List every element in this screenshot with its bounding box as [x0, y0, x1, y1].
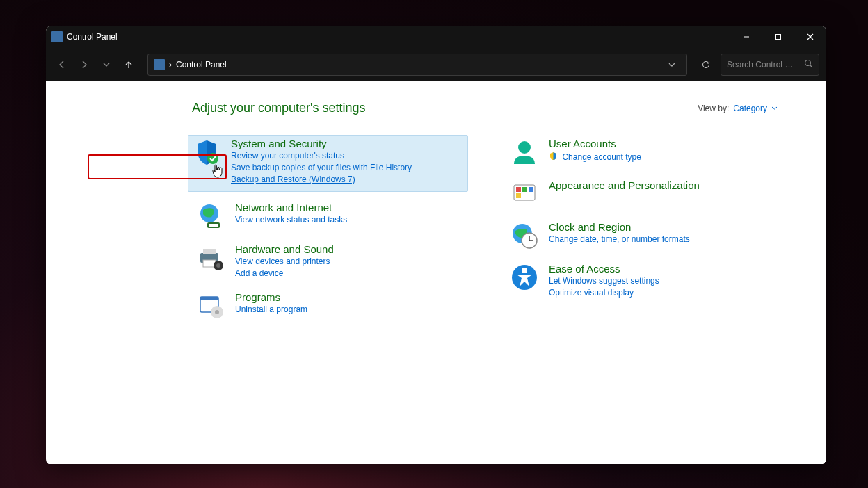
- svg-rect-23: [529, 187, 533, 192]
- category-title[interactable]: Hardware and Sound: [235, 243, 460, 255]
- link-network-status[interactable]: View network status and tasks: [235, 214, 460, 225]
- control-panel-window: Control Panel ›: [46, 26, 826, 464]
- content-area: Adjust your computer's settings View by:…: [46, 81, 826, 464]
- category-title[interactable]: System and Security: [231, 138, 464, 149]
- uac-shield-icon: [549, 151, 558, 163]
- category-user-accounts[interactable]: User Accounts Change account type: [506, 135, 778, 170]
- link-devices-printers[interactable]: View devices and printers: [235, 256, 460, 267]
- link-file-history[interactable]: Save backup copies of your files with Fi…: [231, 162, 464, 173]
- category-ease-of-access[interactable]: Ease of Access Let Windows suggest setti…: [506, 260, 778, 301]
- link-windows-suggest-settings[interactable]: Let Windows suggest settings: [549, 275, 773, 286]
- svg-rect-21: [516, 187, 521, 192]
- right-column: User Accounts Change account type Appear…: [506, 135, 778, 330]
- breadcrumb-separator: ›: [169, 60, 172, 70]
- link-change-account-type[interactable]: Change account type: [562, 152, 641, 162]
- link-date-time-formats[interactable]: Change date, time, or number formats: [549, 234, 773, 245]
- search-placeholder: Search Control P...: [727, 60, 794, 70]
- category-clock-and-region[interactable]: Clock and Region Change date, time, or n…: [506, 218, 778, 253]
- svg-point-14: [216, 263, 220, 268]
- link-review-status[interactable]: Review your computer's status: [231, 150, 464, 161]
- maximize-button[interactable]: [762, 26, 794, 48]
- address-history-dropdown[interactable]: [663, 54, 681, 76]
- clock-icon: [510, 221, 539, 250]
- category-network-and-internet[interactable]: Network and Internet View network status…: [192, 199, 464, 234]
- svg-rect-24: [516, 193, 521, 198]
- user-icon: [510, 138, 539, 167]
- control-panel-icon: [154, 59, 165, 70]
- category-hardware-and-sound[interactable]: Hardware and Sound View devices and prin…: [192, 241, 464, 282]
- globe-icon: [196, 202, 225, 231]
- search-icon: [804, 59, 813, 70]
- refresh-button[interactable]: [696, 54, 716, 76]
- svg-point-18: [215, 310, 219, 314]
- view-by-selector[interactable]: View by: Category: [698, 104, 778, 113]
- recent-locations-button[interactable]: [97, 56, 115, 74]
- titlebar: Control Panel: [46, 26, 826, 48]
- category-columns: System and Security Review your computer…: [192, 135, 778, 330]
- forward-button[interactable]: [75, 56, 93, 74]
- address-bar[interactable]: › Control Panel: [147, 54, 687, 76]
- category-title[interactable]: Programs: [235, 291, 460, 303]
- app-icon: [51, 31, 63, 42]
- svg-rect-11: [203, 249, 216, 254]
- svg-rect-16: [200, 297, 218, 300]
- window-controls: [730, 26, 826, 48]
- page-heading: Adjust your computer's settings: [192, 101, 366, 115]
- appearance-icon: [510, 179, 539, 209]
- svg-point-19: [518, 141, 531, 154]
- shield-icon: [192, 138, 221, 167]
- programs-icon: [196, 291, 225, 320]
- view-by-value: Category: [733, 104, 767, 113]
- cursor-icon: [211, 163, 223, 177]
- search-input[interactable]: Search Control P...: [721, 54, 819, 76]
- svg-rect-22: [522, 187, 527, 192]
- close-button[interactable]: [794, 26, 826, 48]
- view-by-label: View by:: [698, 104, 729, 113]
- link-uninstall-program[interactable]: Uninstall a program: [235, 304, 460, 315]
- left-column: System and Security Review your computer…: [192, 135, 464, 330]
- minimize-button[interactable]: [730, 26, 762, 48]
- svg-point-4: [805, 60, 811, 66]
- accessibility-icon: [510, 263, 539, 292]
- svg-point-30: [522, 268, 527, 273]
- header-row: Adjust your computer's settings View by:…: [192, 101, 778, 115]
- category-title[interactable]: Appearance and Personalization: [549, 179, 773, 191]
- category-programs[interactable]: Programs Uninstall a program: [192, 288, 464, 323]
- svg-rect-9: [209, 224, 218, 227]
- svg-rect-1: [776, 35, 781, 40]
- svg-point-6: [207, 153, 218, 164]
- category-title[interactable]: Network and Internet: [235, 202, 460, 213]
- printer-icon: [196, 243, 225, 273]
- svg-line-5: [810, 65, 813, 68]
- link-add-device[interactable]: Add a device: [235, 268, 460, 279]
- category-title[interactable]: Ease of Access: [549, 263, 773, 275]
- window-title: Control Panel: [67, 32, 118, 42]
- breadcrumb-control-panel[interactable]: Control Panel: [176, 60, 227, 70]
- link-backup-restore[interactable]: Backup and Restore (Windows 7): [231, 174, 464, 185]
- back-button[interactable]: [53, 56, 71, 74]
- link-optimize-visual-display[interactable]: Optimize visual display: [549, 287, 773, 298]
- category-appearance-and-personalization[interactable]: Appearance and Personalization: [506, 177, 778, 211]
- chevron-down-icon: [771, 104, 778, 113]
- category-title[interactable]: Clock and Region: [549, 221, 773, 233]
- category-title[interactable]: User Accounts: [549, 138, 773, 149]
- up-button[interactable]: [120, 56, 138, 74]
- navbar: › Control Panel Search Control P...: [46, 48, 826, 81]
- category-system-and-security[interactable]: System and Security Review your computer…: [188, 135, 468, 192]
